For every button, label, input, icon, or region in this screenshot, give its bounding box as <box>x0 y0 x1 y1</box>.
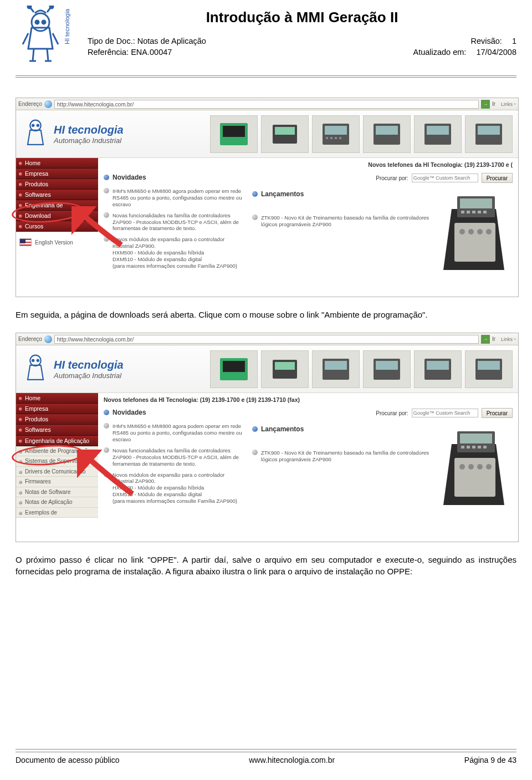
svg-point-40 <box>468 229 474 234</box>
logo-text: HI tecnologia <box>64 8 70 44</box>
revisao-value: 1 <box>512 37 516 45</box>
section-novidades: Novidades <box>104 174 146 181</box>
lancamentos-label: Lançamentos <box>261 190 304 198</box>
svg-line-10 <box>47 49 48 61</box>
links-label[interactable]: Links <box>501 101 513 107</box>
search-button[interactable]: Procurar <box>482 173 513 183</box>
brand-line2: Automação Industrial <box>54 371 124 380</box>
product-thumb <box>414 350 462 388</box>
product-thumb <box>312 350 360 388</box>
svg-rect-52 <box>325 361 347 370</box>
svg-rect-20 <box>326 137 328 139</box>
product-thumb <box>210 350 258 388</box>
screenshot-1: Endereço http://www.hitecnologia.com.br/… <box>16 98 519 297</box>
site-logo <box>21 353 50 386</box>
flag-icon <box>19 238 32 246</box>
svg-point-69 <box>468 464 474 470</box>
svg-rect-58 <box>478 361 500 370</box>
svg-rect-66 <box>483 446 487 448</box>
novidades-label: Novidades <box>112 174 146 181</box>
menu-home[interactable]: Home <box>16 158 98 169</box>
menu-empresa[interactable]: Empresa <box>16 169 98 179</box>
address-label: Endereço <box>18 101 42 107</box>
svg-rect-37 <box>483 211 487 213</box>
go-button[interactable]: → <box>481 100 490 109</box>
go-label: Ir <box>492 336 495 342</box>
revisao-label: Revisão: <box>470 36 502 47</box>
search-input[interactable] <box>412 409 478 417</box>
launch-text: ZTK900 - Novo Kit de Treinamento baseado… <box>261 450 429 463</box>
bullet-icon <box>252 215 258 220</box>
svg-rect-35 <box>472 211 475 213</box>
svg-line-9 <box>33 49 34 61</box>
ref-label: Referência: <box>88 47 129 58</box>
launch-item[interactable]: ZTK900 - Novo Kit de Treinamento baseado… <box>252 215 429 228</box>
svg-line-7 <box>23 33 28 44</box>
section-lancamentos: Lançamentos <box>252 190 429 198</box>
news-text: Novos módulos de expansão para o control… <box>112 236 242 269</box>
svg-rect-65 <box>478 446 481 448</box>
svg-point-41 <box>477 229 483 234</box>
site-banner: HI tecnologia Automação Industrial <box>16 345 518 393</box>
search-label: Procurar por: <box>376 175 408 181</box>
svg-point-68 <box>459 464 465 470</box>
svg-point-70 <box>477 464 483 470</box>
links-label[interactable]: Links <box>501 337 513 342</box>
ref-value: ENA.00047 <box>131 48 172 57</box>
search-label: Procurar por: <box>376 410 408 416</box>
svg-point-45 <box>32 360 34 361</box>
address-label: Endereço <box>18 336 42 342</box>
product-thumb <box>414 115 462 153</box>
menu-produtos[interactable]: Produtos <box>16 414 98 425</box>
product-thumb <box>465 115 513 153</box>
product-thumb <box>363 115 411 153</box>
news-item[interactable]: IHM's MMI650 e MMI800 agora podem operar… <box>104 188 242 208</box>
svg-rect-19 <box>325 126 347 135</box>
menu-empresa[interactable]: Empresa <box>16 404 98 414</box>
svg-rect-54 <box>376 361 398 370</box>
atual-value: 17/04/2008 <box>476 48 516 57</box>
search-input[interactable] <box>412 174 478 182</box>
svg-rect-36 <box>478 211 481 213</box>
menu-home[interactable]: Home <box>16 393 98 404</box>
svg-point-46 <box>37 360 39 361</box>
go-button[interactable]: → <box>481 335 490 344</box>
svg-rect-23 <box>339 137 341 139</box>
submenu-exemplos[interactable]: Exemplos de <box>16 508 98 518</box>
screenshot-2: Endereço http://www.hitecnologia.com.br/… <box>16 333 519 542</box>
svg-rect-29 <box>478 126 500 135</box>
annotation-arrow-icon <box>71 206 127 251</box>
document-title: Introdução à MMI Geração II <box>88 9 516 26</box>
instruction-para-2: O próximo passo é clicar no link "OPPE".… <box>16 554 516 577</box>
product-thumb <box>465 350 513 388</box>
section-lancamentos: Lançamentos <box>252 425 429 433</box>
svg-point-42 <box>486 229 492 234</box>
english-label: English Version <box>35 239 73 246</box>
main-area: Novos telefones da HI Tecnologia: (19) 2… <box>98 158 518 297</box>
svg-rect-34 <box>467 211 470 213</box>
url-field[interactable]: http://www.hitecnologia.com.br/ <box>54 335 479 344</box>
svg-rect-62 <box>461 446 464 448</box>
site-banner: HI tecnologia Automação Industrial <box>16 110 518 158</box>
url-field[interactable]: http://www.hitecnologia.com.br/ <box>54 100 479 109</box>
search-button[interactable]: Procurar <box>482 408 513 418</box>
section-novidades: Novidades <box>104 409 146 416</box>
product-images <box>124 115 518 153</box>
product-thumb <box>261 350 309 388</box>
main-area: Novos telefones da HI Tecnologia: (19) 2… <box>98 393 518 542</box>
product-photo <box>435 423 513 512</box>
bullet-icon <box>252 426 258 432</box>
menu-softwares[interactable]: Softwares <box>16 425 98 435</box>
menu-softwares[interactable]: Softwares <box>16 190 98 200</box>
product-thumb <box>363 350 411 388</box>
launch-item[interactable]: ZTK900 - Novo Kit de Treinamento baseado… <box>252 450 429 463</box>
brand-line1: HI tecnologia <box>54 124 124 136</box>
bullet-icon <box>104 423 109 429</box>
svg-line-8 <box>53 33 58 44</box>
company-logo: HI tecnologia <box>16 6 82 72</box>
news-item[interactable]: IHM's MMI650 e MMI800 agora podem operar… <box>104 423 242 443</box>
menu-produtos[interactable]: Produtos <box>16 179 98 190</box>
header-rule <box>16 75 516 76</box>
news-text: IHM's MMI650 e MMI800 agora podem operar… <box>112 423 242 443</box>
svg-point-39 <box>459 229 465 234</box>
